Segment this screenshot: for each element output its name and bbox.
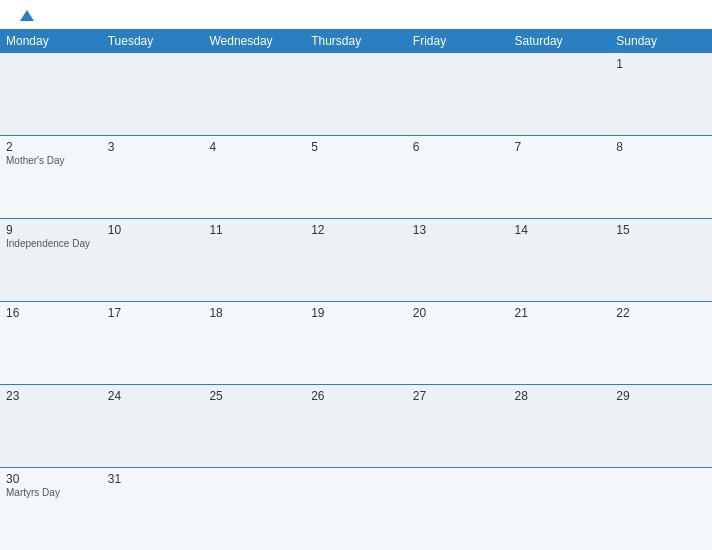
day-cell: 4 <box>203 136 305 218</box>
day-number: 15 <box>616 223 706 237</box>
day-header-wednesday: Wednesday <box>203 29 305 53</box>
day-cell: 2Mother's Day <box>0 136 102 218</box>
day-cell: 22 <box>610 302 712 384</box>
day-number: 28 <box>515 389 605 403</box>
week-row-6: 30Martyrs Day31 <box>0 468 712 550</box>
day-cell: 12 <box>305 219 407 301</box>
day-header-tuesday: Tuesday <box>102 29 204 53</box>
day-cell: 25 <box>203 385 305 467</box>
week-row-4: 16171819202122 <box>0 302 712 385</box>
calendar-grid: 12Mother's Day3456789Independence Day101… <box>0 53 712 550</box>
day-cell: 3 <box>102 136 204 218</box>
day-cell <box>509 468 611 550</box>
week-row-2: 2Mother's Day345678 <box>0 136 712 219</box>
day-cell <box>305 53 407 135</box>
day-number: 9 <box>6 223 96 237</box>
day-number: 26 <box>311 389 401 403</box>
day-header-sunday: Sunday <box>610 29 712 53</box>
day-number: 7 <box>515 140 605 154</box>
day-number: 24 <box>108 389 198 403</box>
day-cell <box>509 53 611 135</box>
day-event: Martyrs Day <box>6 487 96 498</box>
calendar-page: MondayTuesdayWednesdayThursdayFridaySatu… <box>0 0 712 550</box>
day-header-saturday: Saturday <box>509 29 611 53</box>
day-number: 14 <box>515 223 605 237</box>
day-number: 25 <box>209 389 299 403</box>
day-cell: 24 <box>102 385 204 467</box>
day-number: 21 <box>515 306 605 320</box>
day-number: 5 <box>311 140 401 154</box>
day-cell: 28 <box>509 385 611 467</box>
day-number: 31 <box>108 472 198 486</box>
day-cell: 14 <box>509 219 611 301</box>
day-cell: 16 <box>0 302 102 384</box>
day-header-monday: Monday <box>0 29 102 53</box>
day-cell: 18 <box>203 302 305 384</box>
logo <box>18 10 34 23</box>
day-number: 2 <box>6 140 96 154</box>
day-cell <box>0 53 102 135</box>
day-number: 18 <box>209 306 299 320</box>
day-cell <box>305 468 407 550</box>
day-cell: 17 <box>102 302 204 384</box>
week-row-3: 9Independence Day101112131415 <box>0 219 712 302</box>
day-number: 12 <box>311 223 401 237</box>
calendar-header <box>0 0 712 29</box>
day-cell <box>610 468 712 550</box>
day-cell: 1 <box>610 53 712 135</box>
day-cell <box>102 53 204 135</box>
day-number: 30 <box>6 472 96 486</box>
day-number: 13 <box>413 223 503 237</box>
day-number: 27 <box>413 389 503 403</box>
day-number: 10 <box>108 223 198 237</box>
day-cell: 31 <box>102 468 204 550</box>
day-event: Independence Day <box>6 238 96 249</box>
day-cell: 5 <box>305 136 407 218</box>
day-number: 1 <box>616 57 706 71</box>
day-headers-row: MondayTuesdayWednesdayThursdayFridaySatu… <box>0 29 712 53</box>
day-cell: 7 <box>509 136 611 218</box>
day-cell <box>407 53 509 135</box>
day-number: 22 <box>616 306 706 320</box>
day-number: 17 <box>108 306 198 320</box>
day-number: 6 <box>413 140 503 154</box>
day-cell: 13 <box>407 219 509 301</box>
day-number: 20 <box>413 306 503 320</box>
day-number: 19 <box>311 306 401 320</box>
day-cell: 9Independence Day <box>0 219 102 301</box>
day-cell: 29 <box>610 385 712 467</box>
day-cell: 10 <box>102 219 204 301</box>
day-cell <box>203 53 305 135</box>
day-cell: 23 <box>0 385 102 467</box>
day-cell: 30Martyrs Day <box>0 468 102 550</box>
day-number: 3 <box>108 140 198 154</box>
day-cell: 26 <box>305 385 407 467</box>
logo-triangle-icon <box>20 10 34 21</box>
day-header-thursday: Thursday <box>305 29 407 53</box>
day-header-friday: Friday <box>407 29 509 53</box>
day-number: 23 <box>6 389 96 403</box>
day-cell: 21 <box>509 302 611 384</box>
day-number: 11 <box>209 223 299 237</box>
day-cell <box>407 468 509 550</box>
day-cell <box>203 468 305 550</box>
day-cell: 6 <box>407 136 509 218</box>
day-cell: 11 <box>203 219 305 301</box>
day-cell: 27 <box>407 385 509 467</box>
week-row-5: 23242526272829 <box>0 385 712 468</box>
day-number: 16 <box>6 306 96 320</box>
day-cell: 15 <box>610 219 712 301</box>
week-row-1: 1 <box>0 53 712 136</box>
day-number: 4 <box>209 140 299 154</box>
day-event: Mother's Day <box>6 155 96 166</box>
day-cell: 19 <box>305 302 407 384</box>
day-number: 29 <box>616 389 706 403</box>
day-cell: 20 <box>407 302 509 384</box>
day-cell: 8 <box>610 136 712 218</box>
day-number: 8 <box>616 140 706 154</box>
